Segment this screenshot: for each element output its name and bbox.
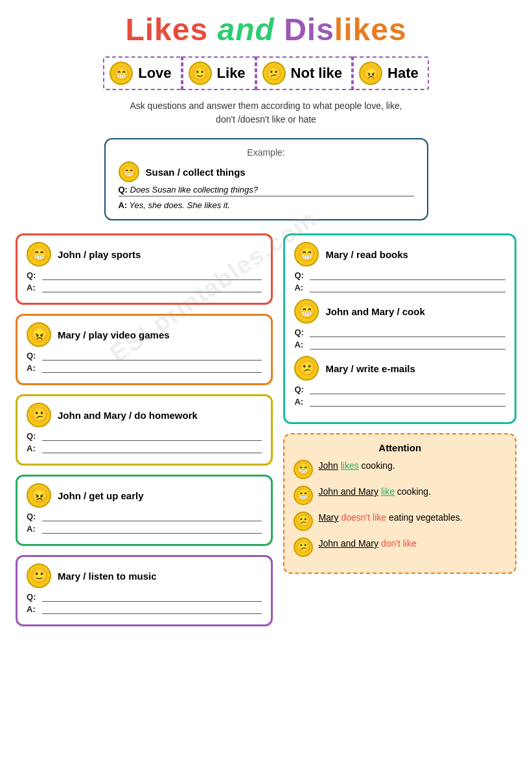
r1-q-line: Q:	[294, 270, 505, 280]
love-label: Love	[138, 65, 171, 82]
r2-subject-row: 😁 John and Mary / cook	[294, 299, 505, 324]
card3-q-label: Q:	[27, 431, 38, 441]
legend-row: 😁 Love 🙂 Like 😕 Not like 😠 Hate	[16, 56, 516, 90]
card2-q-underline	[42, 351, 262, 361]
attention-text-1: John likes cooking.	[318, 460, 395, 473]
title-likes: Likes	[125, 12, 208, 47]
r2-q-label: Q:	[294, 327, 306, 337]
attention-text-4: John and Mary don't like	[318, 538, 416, 551]
attention-emoji-1: 😁	[294, 460, 313, 479]
card3-q-line: Q:	[27, 431, 262, 441]
card5-a-underline	[42, 605, 262, 614]
card-subject-row: 😁 John / play sports	[27, 242, 262, 266]
main-content: 😁 John / play sports Q: A: 😠 Mary / play…	[16, 233, 516, 626]
card1-a-underline	[42, 283, 262, 292]
card3-a-underline	[42, 444, 262, 453]
like-emoji: 🙂	[189, 62, 212, 85]
hate-label: Hate	[387, 65, 419, 82]
right-section-3: 😕 Mary / write e-mails Q: A:	[294, 356, 505, 407]
legend-notlike: 😕 Not like	[256, 56, 353, 90]
r3-a-label: A:	[294, 397, 306, 407]
card4-subject: John / get up early	[58, 490, 144, 501]
card-john-sports: 😁 John / play sports Q: A:	[16, 233, 273, 305]
card2-a-label: A:	[27, 363, 38, 373]
card3-a-line: A:	[27, 444, 262, 453]
r3-a-underline	[310, 397, 505, 407]
card1-q-line: Q:	[27, 270, 262, 280]
r3-subject: Mary / write e-mails	[325, 363, 415, 374]
card5-subject: Mary / listen to music	[58, 571, 157, 582]
notlike-label: Not like	[291, 65, 342, 82]
attention-text-3: Mary doesn't like eating vegetables.	[318, 512, 462, 525]
attention-emoji-3: 😕	[294, 512, 313, 531]
title-and: and	[217, 12, 284, 47]
attention-emoji-2: 😁	[294, 486, 313, 505]
r2-a-label: A:	[294, 340, 306, 349]
card3-a-label: A:	[27, 444, 38, 453]
card-johnmary-homework: 😕 John and Mary / do homework Q: A:	[16, 394, 273, 466]
r2-q-line: Q:	[294, 327, 505, 337]
title-likes2: likes	[334, 12, 407, 47]
card5-emoji: 🙂	[27, 563, 51, 588]
card4-q-underline	[42, 512, 262, 521]
r2-a-underline	[310, 340, 505, 349]
card2-a-line: A:	[27, 363, 262, 373]
attention-item-2: 😁 John and Mary like cooking.	[294, 486, 506, 505]
r2-emoji: 😁	[294, 299, 319, 324]
r1-emoji: 😁	[294, 242, 319, 266]
card3-emoji: 😕	[27, 403, 51, 427]
card2-emoji: 😠	[27, 322, 51, 347]
right-teal-card: 😁 Mary / read books Q: A: 😁 John and Mar…	[283, 233, 516, 424]
example-a: A: Yes, she does. She likes it.	[119, 200, 414, 210]
hate-emoji: 😠	[359, 62, 382, 85]
card5-q-underline	[42, 593, 262, 602]
card4-subject-row: 😠 John / get up early	[27, 483, 262, 508]
notlike-emoji: 😕	[262, 62, 286, 85]
r1-a-underline	[310, 283, 505, 292]
legend-hate: 😠 Hate	[353, 56, 429, 90]
card2-q-line: Q:	[27, 351, 262, 361]
attention-box: Attention 😁 John likes cooking. 😁 John a…	[283, 433, 516, 574]
right-section-1: 😁 Mary / read books Q: A:	[294, 242, 505, 292]
card3-subject-row: 😕 John and Mary / do homework	[27, 403, 262, 427]
card1-q-underline	[42, 271, 262, 280]
attention-emoji-4: 😕	[294, 538, 313, 557]
r3-q-label: Q:	[294, 385, 306, 394]
card5-subject-row: 🙂 Mary / listen to music	[27, 563, 262, 588]
left-column: 😁 John / play sports Q: A: 😠 Mary / play…	[16, 233, 273, 626]
example-a-text: Yes, she does. She likes it.	[130, 200, 230, 210]
attention-text-2: John and Mary like cooking.	[318, 486, 431, 499]
example-subject-row: 😁 Susan / collect things	[119, 161, 414, 182]
example-q-text: Does Susan like collecting things?	[130, 185, 258, 195]
r3-subject-row: 😕 Mary / write e-mails	[294, 356, 505, 381]
example-label: Example:	[119, 147, 414, 158]
card5-a-line: A:	[27, 604, 262, 614]
example-emoji: 😁	[119, 161, 139, 182]
card3-subject: John and Mary / do homework	[58, 410, 198, 421]
attention-item-3: 😕 Mary doesn't like eating vegetables.	[294, 512, 506, 531]
example-a-label: A:	[119, 200, 128, 210]
card1-subject: John / play sports	[58, 249, 141, 260]
r3-emoji: 😕	[294, 356, 319, 381]
example-q-label: Q:	[119, 185, 128, 195]
attention-item-1: 😁 John likes cooking.	[294, 460, 506, 479]
card4-a-underline	[42, 525, 262, 534]
r3-q-underline	[310, 385, 505, 394]
card2-q-label: Q:	[27, 351, 38, 361]
legend-love: 😁 Love	[103, 56, 181, 90]
card4-a-line: A:	[27, 524, 262, 534]
card1-emoji: 😁	[27, 242, 51, 266]
r1-a-label: A:	[294, 283, 306, 292]
r2-subject: John and Mary / cook	[325, 306, 424, 317]
card2-a-underline	[42, 364, 262, 373]
card-mary-music: 🙂 Mary / listen to music Q: A:	[16, 555, 273, 626]
legend-like: 🙂 Like	[182, 56, 256, 90]
title-dis: Dis	[284, 12, 334, 47]
love-emoji: 😁	[110, 62, 133, 85]
r1-q-label: Q:	[294, 270, 306, 280]
card2-subject: Mary / play video games	[58, 329, 170, 340]
card1-a-label: A:	[27, 283, 38, 292]
r1-q-underline	[310, 271, 505, 280]
instruction: Ask questions and answer them according …	[16, 99, 516, 126]
r2-q-underline	[310, 328, 505, 337]
